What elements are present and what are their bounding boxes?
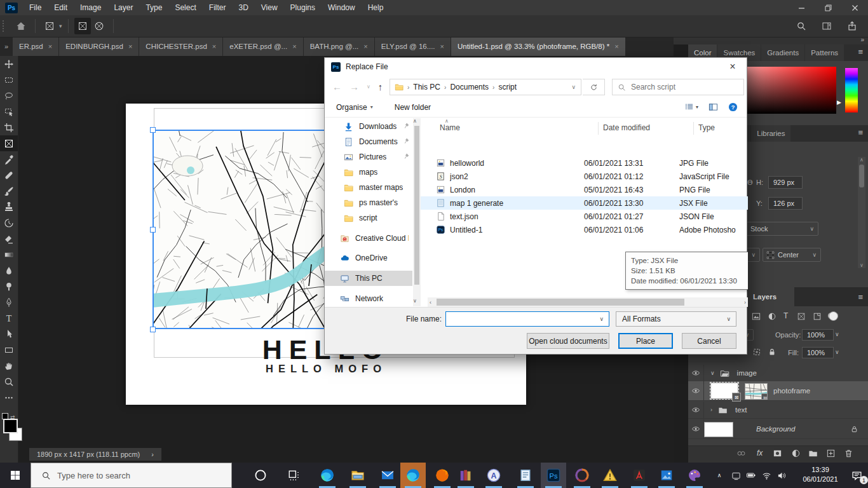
column-date-modified[interactable]: Date modified [603, 123, 650, 132]
task-view-icon[interactable] [281, 463, 306, 488]
share-icon[interactable] [844, 18, 860, 34]
new-folder-button[interactable]: New folder [395, 103, 431, 112]
taskbar-a-app-icon[interactable]: A [481, 463, 506, 488]
layer-photoframe[interactable]: ⊠ ▤ photoframe [688, 381, 868, 401]
menu-window[interactable]: Window [322, 0, 362, 15]
file-name-input[interactable]: ∨ [445, 311, 609, 327]
taskbar-edge-icon[interactable] [400, 463, 426, 488]
sidebar-item-creative-cloud-fil[interactable]: Creative Cloud Fil [325, 231, 412, 246]
taskbar-clock[interactable]: 13:39 06/01/2021 [798, 465, 843, 484]
column-type[interactable]: Type [698, 123, 715, 132]
menu-type[interactable]: Type [139, 0, 168, 15]
dialog-close-icon[interactable]: × [719, 58, 747, 76]
taskbar-file-explorer-icon[interactable] [345, 463, 370, 488]
breadcrumb-script[interactable]: script [498, 83, 517, 92]
taskbar-creative-cloud-app-icon[interactable] [569, 463, 595, 488]
dialog-title-bar[interactable]: Ps Replace File × [325, 58, 747, 76]
taskbar-warning-icon[interactable] [597, 463, 623, 488]
layer-group-image[interactable]: ∨ image [688, 365, 868, 382]
forward-icon[interactable]: → [349, 81, 359, 92]
filter-adjustment-icon[interactable] [768, 312, 776, 322]
selection-handle[interactable] [150, 227, 156, 233]
notification-center-icon[interactable]: 1 [848, 463, 865, 488]
link-dimensions-icon[interactable]: Ɵ [747, 179, 753, 186]
move-tool[interactable] [0, 56, 18, 72]
frame-tool[interactable] [0, 135, 18, 151]
cancel-button[interactable]: Cancel [682, 333, 736, 349]
lock-all-icon[interactable] [768, 348, 776, 358]
eyedropper-tool[interactable] [0, 151, 18, 167]
file-row-map-1-generate[interactable]: map 1 generate06/01/2021 13:30JSX File [421, 196, 748, 210]
chevron-down-icon[interactable]: ▾ [59, 23, 62, 29]
hand-tool[interactable] [0, 358, 18, 374]
visibility-eye-icon[interactable] [688, 419, 704, 438]
sidebar-item-downloads[interactable]: Downloads [325, 119, 412, 134]
up-icon[interactable]: ↑ [378, 81, 383, 92]
filter-type-icon[interactable]: T [783, 311, 788, 320]
brush-tool[interactable] [0, 183, 18, 199]
delete-layer-icon[interactable] [844, 449, 853, 461]
visibility-eye-icon[interactable] [688, 365, 704, 381]
menu-filter[interactable]: Filter [203, 0, 233, 15]
new-layer-icon[interactable] [826, 449, 836, 461]
map-thumbnail[interactable]: ▤ [745, 383, 768, 400]
refresh-icon[interactable] [583, 79, 605, 95]
document-tab[interactable]: ER.psd× [13, 37, 59, 56]
view-list-icon[interactable]: ▾ [684, 102, 698, 112]
taskbar-photoshop-icon[interactable]: Ps [541, 463, 566, 488]
volume-icon[interactable] [774, 463, 789, 488]
organise-button[interactable]: Organise▾ [336, 103, 373, 112]
restore-button[interactable] [815, 0, 841, 15]
center-dropdown[interactable]: Center∨ [763, 248, 821, 262]
sidebar-item-pictures[interactable]: Pictures [325, 149, 412, 165]
help-icon[interactable]: ? [728, 102, 738, 112]
sidebar-item-onedrive[interactable]: OneDrive [325, 250, 412, 266]
sidebar-item-ps-master-s[interactable]: ps master's [325, 195, 412, 210]
more-tools[interactable] [0, 390, 18, 405]
search-icon[interactable] [793, 18, 810, 34]
filter-picture-icon[interactable] [752, 312, 761, 322]
open-cloud-documents-button[interactable]: Open cloud documents [527, 333, 609, 349]
tray-expand-icon[interactable]: ∧ [712, 463, 727, 488]
home-icon[interactable] [13, 18, 29, 34]
document-tab[interactable]: eXETER.psd @...× [223, 37, 303, 56]
sidebar-item-maps[interactable]: maps [325, 165, 412, 180]
healing-tool[interactable] [0, 167, 18, 183]
menu-layer[interactable]: Layer [107, 0, 139, 15]
selection-handle[interactable] [150, 327, 156, 332]
taskbar-winrar-icon[interactable] [453, 463, 478, 488]
document-tab[interactable]: EDINBURGH.psd× [59, 37, 139, 56]
sidebar-item-script[interactable]: script [325, 210, 412, 226]
file-row-text-json[interactable]: text.json06/01/2021 01:27JSON File [421, 210, 748, 223]
tab-libraries[interactable]: Libraries [751, 125, 791, 142]
tab-close-icon[interactable]: × [614, 43, 618, 50]
selection-handle[interactable] [150, 127, 156, 133]
history-brush-tool[interactable] [0, 215, 18, 231]
visibility-eye-icon[interactable] [688, 381, 704, 400]
file-row-untitled-1[interactable]: Ps Untitled-106/01/2021 01:06Adobe Photo… [421, 223, 748, 236]
blur-tool[interactable] [0, 262, 18, 278]
object-selection-tool[interactable] [0, 104, 18, 119]
path-select-tool[interactable] [0, 326, 18, 342]
tab-gradients[interactable]: Gradients [761, 44, 805, 61]
taskbar-firefox-icon[interactable] [430, 463, 455, 488]
minimize-button[interactable] [788, 0, 815, 15]
filter-smart-object-icon[interactable] [813, 312, 822, 322]
crop-tool[interactable] [0, 119, 18, 135]
format-dropdown[interactable]: All Formats∨ [616, 311, 736, 327]
document-tab[interactable]: CHICHESTER.psd× [139, 37, 223, 56]
background-thumbnail[interactable] [704, 422, 733, 437]
adjustment-layer-icon[interactable] [791, 449, 801, 461]
fill-chevron-icon[interactable]: ∨ [835, 349, 839, 355]
y-position-field[interactable]: 126 px [768, 197, 803, 210]
breadcrumb-dropdown-icon[interactable]: ∨ [571, 84, 576, 90]
taskbar-search-input[interactable]: Type here to search [31, 463, 232, 488]
hue-strip[interactable] [845, 68, 858, 112]
type-tool[interactable]: T [0, 310, 18, 326]
search-input[interactable]: Search script [612, 79, 744, 95]
pen-tool[interactable] [0, 294, 18, 310]
workspace-icon[interactable] [818, 18, 835, 34]
menu-image[interactable]: Image [74, 0, 107, 15]
tab-close-icon[interactable]: × [363, 43, 367, 50]
menu-plugins[interactable]: Plugins [284, 0, 322, 15]
